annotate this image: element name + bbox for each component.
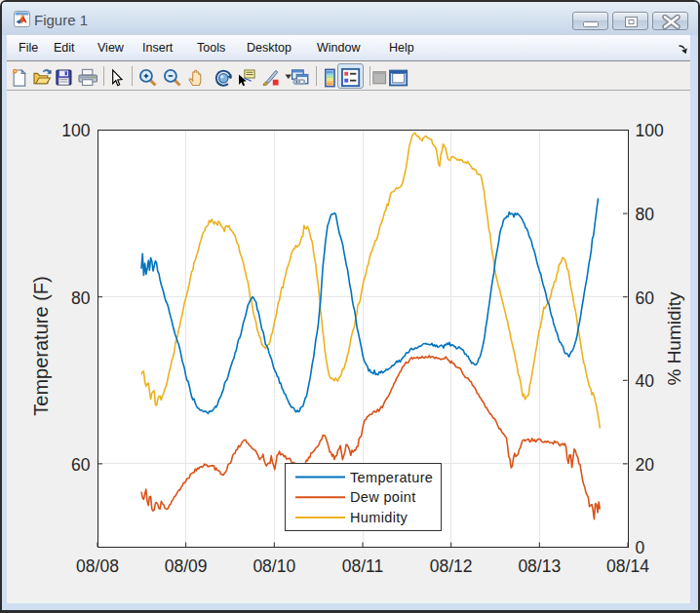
svg-text:Temperature: Temperature	[350, 470, 433, 485]
svg-text:% Humidity: % Humidity	[664, 291, 684, 386]
svg-text:Temperature (F): Temperature (F)	[30, 276, 52, 415]
svg-text:60: 60	[636, 288, 655, 308]
svg-text:60: 60	[71, 455, 91, 475]
svg-text:100: 100	[61, 121, 90, 140]
svg-text:0: 0	[636, 538, 645, 557]
svg-text:Humidity: Humidity	[350, 510, 408, 525]
svg-text:08/10: 08/10	[253, 556, 295, 576]
svg-text:40: 40	[636, 371, 655, 391]
svg-text:20: 20	[636, 455, 655, 475]
svg-text:08/14: 08/14	[606, 556, 649, 576]
svg-text:100: 100	[636, 121, 664, 140]
svg-text:08/12: 08/12	[430, 556, 473, 576]
svg-text:08/09: 08/09	[165, 556, 208, 576]
svg-text:80: 80	[636, 205, 655, 224]
svg-text:Dew point: Dew point	[350, 489, 416, 505]
svg-text:80: 80	[71, 288, 91, 308]
svg-text:08/11: 08/11	[342, 556, 384, 576]
svg-text:08/13: 08/13	[518, 556, 561, 576]
svg-text:08/08: 08/08	[76, 556, 119, 576]
